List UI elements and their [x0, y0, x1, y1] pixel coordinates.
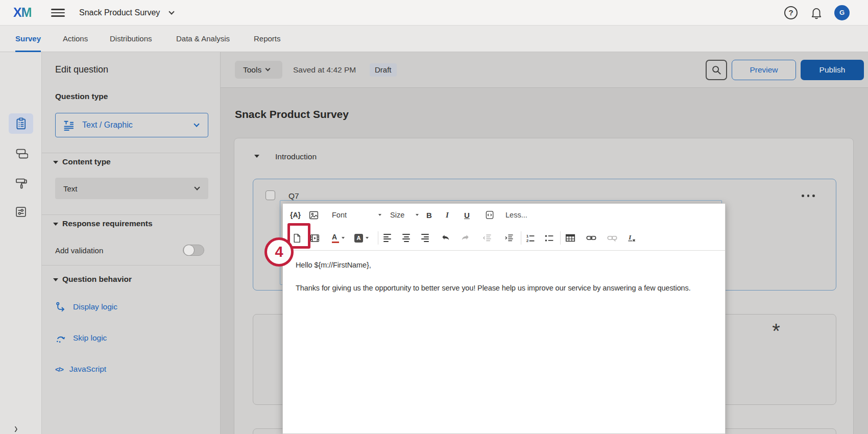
background-color-icon: A — [354, 234, 363, 243]
builder-icon-rail: › — [0, 52, 42, 434]
svg-text:2: 2 — [526, 238, 529, 243]
toolbar-divider — [378, 231, 378, 245]
panel-divider — [42, 265, 221, 266]
insert-table-button[interactable] — [565, 230, 576, 246]
response-requirements-collapse-caret[interactable] — [53, 223, 58, 226]
text-color-button[interactable]: A — [332, 230, 345, 246]
add-validation-toggle[interactable] — [183, 245, 204, 256]
insert-link-button[interactable] — [586, 230, 597, 246]
xm-logo[interactable]: XM — [13, 5, 32, 20]
remove-link-button[interactable] — [607, 230, 618, 246]
tab-actions[interactable]: Actions — [63, 26, 88, 52]
bullet-list-button[interactable] — [544, 230, 554, 246]
rail-item-survey-options[interactable] — [9, 202, 33, 222]
svg-text:1: 1 — [526, 233, 529, 238]
clipboard-list-icon — [14, 117, 28, 130]
help-button[interactable]: ? — [784, 6, 798, 19]
annotation-step-number: 4 — [275, 244, 283, 260]
blocks-icon — [14, 147, 28, 160]
redo-button[interactable] — [460, 230, 470, 246]
ordered-list-icon: 1 2 — [525, 233, 536, 244]
content-type-collapse-caret[interactable] — [53, 161, 58, 164]
less-options-label: Less... — [505, 211, 527, 219]
decrease-indent-button[interactable] — [482, 230, 492, 246]
primary-tabs: Survey Actions Distributions Data & Anal… — [0, 26, 868, 52]
insert-image-button[interactable] — [308, 207, 319, 223]
content-type-select[interactable]: Text — [55, 178, 208, 199]
redo-icon — [460, 233, 470, 243]
remove-format-button[interactable]: I — [626, 230, 637, 246]
insert-video-button[interactable] — [309, 230, 320, 246]
rail-item-survey-flow[interactable] — [9, 143, 33, 163]
question-type-value: Text / Graphic — [82, 120, 133, 130]
image-icon — [308, 210, 319, 221]
user-avatar[interactable]: G — [834, 5, 850, 20]
underline-label: U — [464, 211, 470, 220]
preview-button[interactable]: Preview — [732, 60, 796, 80]
tab-survey[interactable]: Survey — [15, 26, 41, 52]
chevron-down-icon — [194, 121, 199, 127]
survey-name-menu[interactable]: Snack Product Survey — [79, 0, 160, 26]
question-checkbox[interactable] — [266, 190, 275, 200]
background-color-button[interactable]: A — [354, 230, 369, 246]
source-code-button[interactable] — [485, 207, 495, 223]
paint-roller-icon — [14, 176, 28, 190]
increase-indent-button[interactable] — [504, 230, 514, 246]
tab-distributions[interactable]: Distributions — [110, 26, 152, 52]
block-collapse-caret[interactable] — [254, 155, 259, 158]
display-logic-link[interactable]: Display logic — [55, 301, 117, 313]
skip-logic-link[interactable]: Skip logic — [55, 332, 107, 344]
survey-title-heading: Snack Product Survey — [235, 108, 349, 120]
question-behavior-collapse-caret[interactable] — [53, 278, 58, 281]
panel-divider — [42, 214, 221, 215]
javascript-link[interactable]: </> JavaScript — [55, 363, 106, 375]
top-bar: XM Snack Product Survey ? G — [0, 0, 868, 26]
search-button[interactable] — [706, 60, 727, 80]
skip-logic-label: Skip logic — [73, 333, 107, 343]
tab-data-analysis[interactable]: Data & Analysis — [176, 26, 230, 52]
app-root: XM Snack Product Survey ? G Survey Actio… — [0, 0, 868, 434]
font-dropdown-caret[interactable] — [376, 207, 381, 223]
edit-question-panel: Edit question Question type Text / Graph… — [42, 52, 221, 434]
align-center-button[interactable] — [402, 230, 410, 246]
hamburger-menu-icon[interactable] — [51, 9, 65, 17]
decrease-indent-icon — [482, 233, 492, 243]
editor-toolbar: {A} Font Size B I U Less... — [283, 204, 725, 251]
display-logic-icon — [55, 301, 67, 313]
notifications-bell-icon[interactable] — [810, 6, 823, 19]
action-bar: Tools Saved at 4:42 PM Draft Preview Pub… — [221, 52, 868, 88]
rail-item-survey-builder[interactable] — [9, 113, 33, 134]
expand-panel-chevron[interactable]: › — [14, 420, 18, 434]
chevron-down-icon[interactable] — [168, 9, 174, 14]
rail-item-look-feel[interactable] — [9, 173, 33, 193]
bold-button[interactable]: B — [426, 207, 432, 223]
align-right-button[interactable] — [421, 230, 429, 246]
undo-icon — [441, 233, 451, 243]
size-dropdown[interactable]: Size — [390, 207, 404, 223]
underline-button[interactable]: U — [464, 207, 470, 223]
question-text-line1[interactable]: Hello ${m://FirstName}, — [296, 261, 371, 269]
publish-button[interactable]: Publish — [801, 60, 864, 80]
tab-reports[interactable]: Reports — [254, 26, 281, 52]
align-center-icon — [402, 234, 410, 242]
undo-button[interactable] — [441, 230, 451, 246]
italic-button[interactable]: I — [446, 207, 449, 223]
question-text-line2[interactable]: Thanks for giving us the opportunity to … — [296, 282, 696, 295]
font-dropdown[interactable]: Font — [332, 207, 369, 223]
less-options-button[interactable]: Less... — [505, 207, 527, 223]
question-behavior-label: Question behavior — [62, 275, 132, 284]
video-icon — [309, 233, 320, 244]
question-options-menu[interactable] — [802, 195, 815, 197]
size-dropdown-caret[interactable] — [413, 207, 419, 223]
toolbar-divider — [560, 231, 561, 245]
question-type-dropdown[interactable]: Text / Graphic — [55, 113, 208, 137]
skip-logic-icon — [55, 332, 67, 344]
align-left-button[interactable] — [383, 230, 391, 246]
piped-text-button[interactable]: {A} — [290, 207, 301, 223]
content-type-value: Text — [63, 184, 78, 193]
annotation-step-badge: 4 — [264, 237, 294, 267]
tools-button[interactable]: Tools — [235, 61, 282, 79]
ordered-list-button[interactable]: 1 2 — [525, 230, 536, 246]
text-color-icon: A — [332, 233, 339, 243]
text-graphic-icon — [62, 119, 75, 132]
